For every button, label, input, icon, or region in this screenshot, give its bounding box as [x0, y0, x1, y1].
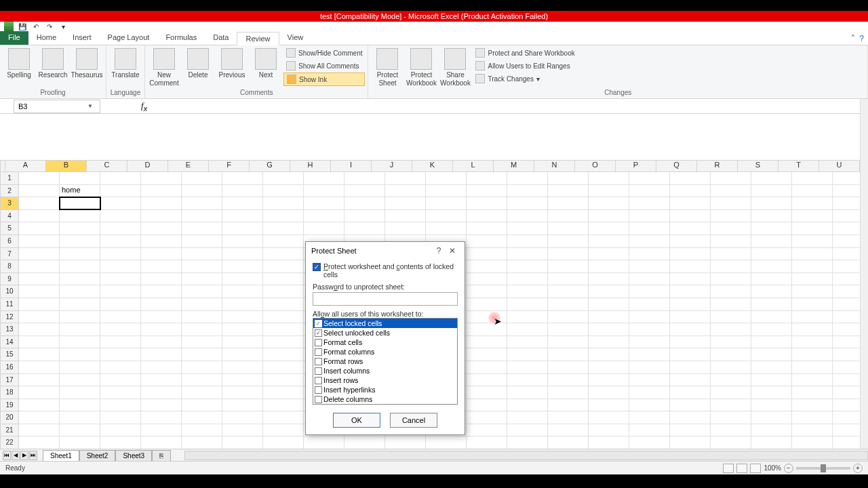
cell-D12[interactable] [141, 311, 182, 324]
cell-N3[interactable] [548, 197, 589, 210]
previous-comment-button[interactable]: Previous [216, 47, 248, 81]
cell-K3[interactable] [426, 197, 467, 210]
cell-M7[interactable] [507, 248, 548, 261]
cell-Q10[interactable] [670, 285, 711, 298]
cell-T18[interactable] [792, 386, 833, 399]
cell-N20[interactable] [548, 411, 589, 424]
cell-S8[interactable] [751, 260, 792, 273]
cell-O17[interactable] [589, 374, 629, 387]
track-changes-button[interactable]: Track Changes ▾ [473, 73, 577, 85]
cell-A5[interactable] [19, 222, 60, 235]
cell-B20[interactable] [60, 411, 100, 424]
cell-I2[interactable] [344, 185, 385, 198]
col-header-P[interactable]: P [616, 160, 656, 172]
cell-E18[interactable] [182, 386, 222, 399]
cell-H3[interactable] [304, 197, 344, 210]
show-all-comments-button[interactable]: Show All Comments [283, 60, 365, 72]
cell-P3[interactable] [629, 197, 670, 210]
cell-E14[interactable] [182, 336, 222, 349]
cell-B4[interactable] [60, 210, 100, 223]
cell-P17[interactable] [629, 374, 670, 387]
col-header-U[interactable]: U [819, 160, 860, 172]
cell-S19[interactable] [751, 399, 792, 412]
cell-U13[interactable] [833, 323, 860, 336]
cell-R1[interactable] [711, 172, 751, 185]
cell-F20[interactable] [222, 411, 263, 424]
cell-R12[interactable] [711, 311, 751, 324]
select-all-corner[interactable] [0, 160, 5, 172]
cell-A17[interactable] [19, 374, 60, 387]
cell-R13[interactable] [711, 323, 751, 336]
cell-R10[interactable] [711, 285, 751, 298]
cell-Q7[interactable] [670, 248, 711, 261]
permission-select-unlocked-cells[interactable]: ✓Select unlocked cells [313, 328, 457, 338]
cell-G9[interactable] [263, 273, 304, 286]
cell-U22[interactable] [833, 436, 860, 449]
cell-O5[interactable] [589, 222, 629, 235]
sheet-tab-sheet3[interactable]: Sheet3 [115, 450, 152, 461]
cell-T15[interactable] [792, 348, 833, 361]
cell-N17[interactable] [548, 374, 589, 387]
cell-S4[interactable] [751, 210, 792, 223]
cell-P13[interactable] [629, 323, 670, 336]
cell-Q14[interactable] [670, 336, 711, 349]
cell-N13[interactable] [548, 323, 589, 336]
col-header-A[interactable]: A [5, 160, 46, 172]
cell-K5[interactable] [426, 222, 467, 235]
cell-F22[interactable] [222, 436, 263, 449]
protect-workbook-button[interactable]: Protect Workbook [405, 47, 437, 89]
tab-prev-icon[interactable]: ◀ [12, 451, 20, 460]
thesaurus-button[interactable]: Thesaurus [71, 47, 103, 81]
name-box-dropdown-icon[interactable]: ▼ [85, 103, 96, 109]
row-header-17[interactable]: 17 [0, 374, 19, 387]
cell-R18[interactable] [711, 386, 751, 399]
cell-S9[interactable] [751, 273, 792, 286]
cell-E7[interactable] [182, 248, 222, 261]
cell-M5[interactable] [507, 222, 548, 235]
cell-L16[interactable] [467, 361, 507, 374]
cell-L14[interactable] [467, 336, 507, 349]
cell-Q9[interactable] [670, 273, 711, 286]
cell-K2[interactable] [426, 185, 467, 198]
cell-L2[interactable] [467, 185, 507, 198]
cell-C22[interactable] [100, 436, 141, 449]
cell-Q16[interactable] [670, 361, 711, 374]
cell-P18[interactable] [629, 386, 670, 399]
cell-C17[interactable] [100, 374, 141, 387]
permission-checkbox[interactable] [315, 348, 322, 356]
cell-S7[interactable] [751, 248, 792, 261]
cancel-button[interactable]: Cancel [390, 413, 437, 428]
cell-H22[interactable] [304, 436, 344, 449]
cell-Q18[interactable] [670, 386, 711, 399]
cell-F8[interactable] [222, 260, 263, 273]
cell-H2[interactable] [304, 185, 344, 198]
cell-G3[interactable] [263, 197, 304, 210]
cell-G6[interactable] [263, 235, 304, 248]
row-header-20[interactable]: 20 [0, 411, 19, 424]
cell-P10[interactable] [629, 285, 670, 298]
cell-O16[interactable] [589, 361, 629, 374]
cell-H1[interactable] [304, 172, 344, 185]
permission-select-locked-cells[interactable]: ✓Select locked cells [313, 319, 457, 328]
cell-T4[interactable] [792, 210, 833, 223]
cell-Q19[interactable] [670, 399, 711, 412]
show-ink-button[interactable]: Show Ink [283, 73, 365, 86]
cell-U3[interactable] [833, 197, 860, 210]
sheet-tab-sheet1[interactable]: Sheet1 [43, 450, 79, 461]
cell-O7[interactable] [589, 248, 629, 261]
cell-I5[interactable] [344, 222, 385, 235]
cell-L12[interactable] [467, 311, 507, 324]
cell-F10[interactable] [222, 285, 263, 298]
protect-share-button[interactable]: Protect and Share Workbook [473, 47, 577, 59]
cell-P2[interactable] [629, 185, 670, 198]
cell-L6[interactable] [467, 235, 507, 248]
tab-next-icon[interactable]: ▶ [20, 451, 28, 460]
cell-M20[interactable] [507, 411, 548, 424]
cell-Q6[interactable] [670, 235, 711, 248]
cell-C20[interactable] [100, 411, 141, 424]
cell-L7[interactable] [467, 248, 507, 261]
cell-B12[interactable] [60, 311, 100, 324]
cell-G10[interactable] [263, 285, 304, 298]
cell-F14[interactable] [222, 336, 263, 349]
row-header-6[interactable]: 6 [0, 235, 19, 248]
